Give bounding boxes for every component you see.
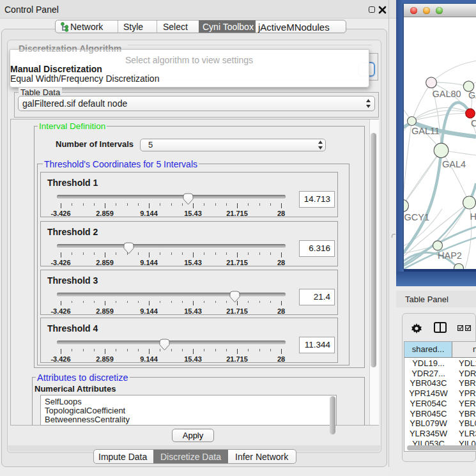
svg-text:GAL80: GAL80 — [433, 89, 461, 99]
svg-text:GAL: GAL — [468, 90, 476, 100]
svg-text:H: H — [470, 211, 476, 222]
svg-text:GAL4: GAL4 — [442, 159, 466, 169]
svg-text:GAL11: GAL11 — [411, 126, 440, 136]
svg-text:GCY1: GCY1 — [404, 212, 430, 222]
svg-text:C: C — [471, 118, 476, 128]
svg-text:HAP2: HAP2 — [438, 250, 462, 261]
